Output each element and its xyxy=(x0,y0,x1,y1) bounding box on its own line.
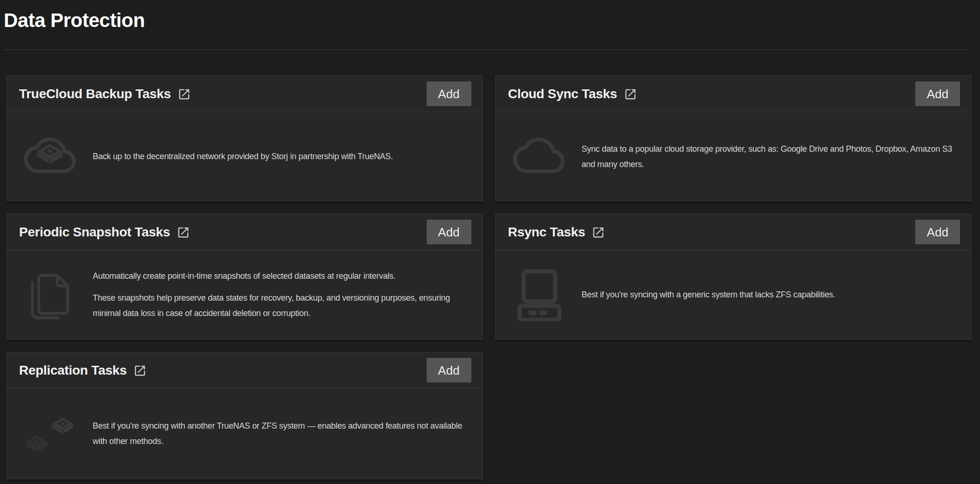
data-protection-card-grid: TrueCloud Backup Tasks Add Back up to th… xyxy=(6,75,972,479)
card-description: Best if you're syncing with another True… xyxy=(93,418,470,449)
storj-cloud-icon xyxy=(22,132,78,182)
description-paragraph: Best if you're syncing with another True… xyxy=(93,418,470,449)
card-body: Sync data to a popular cloud storage pro… xyxy=(496,112,972,201)
card-periodic-snapshot-tasks: Periodic Snapshot Tasks Add Automaticall… xyxy=(6,214,483,340)
title-divider xyxy=(3,49,969,50)
card-cloud-sync-tasks: Cloud Sync Tasks Add Sync data to a popu… xyxy=(495,75,972,202)
add-replication-button[interactable]: Add xyxy=(427,358,471,383)
open-in-new-icon xyxy=(177,87,191,101)
card-title: Periodic Snapshot Tasks xyxy=(19,225,170,240)
add-truecloud-backup-button[interactable]: Add xyxy=(427,81,471,106)
card-title: Rsync Tasks xyxy=(508,225,585,240)
card-header: Cloud Sync Tasks Add xyxy=(496,76,972,112)
card-body: Back up to the decentralized network pro… xyxy=(7,112,483,201)
description-paragraph: Best if you're syncing with a generic sy… xyxy=(582,287,836,302)
card-rsync-tasks: Rsync Tasks Add Best if you're syncing w… xyxy=(495,214,972,340)
card-body: Best if you're syncing with a generic sy… xyxy=(496,250,972,339)
add-rsync-button[interactable]: Add xyxy=(915,220,960,244)
snapshot-documents-icon xyxy=(22,265,78,324)
card-body: Best if you're syncing with another True… xyxy=(7,389,483,479)
open-in-new-icon xyxy=(133,364,147,377)
card-header: Periodic Snapshot Tasks Add xyxy=(7,214,483,250)
description-paragraph: Back up to the decentralized network pro… xyxy=(93,149,393,164)
add-cloud-sync-button[interactable]: Add xyxy=(915,81,960,106)
card-replication-tasks: Replication Tasks Add xyxy=(6,352,483,479)
open-in-new-icon xyxy=(592,226,605,239)
cloud-icon xyxy=(511,132,567,182)
card-truecloud-backup-tasks: TrueCloud Backup Tasks Add Back up to th… xyxy=(6,75,483,202)
card-header: Replication Tasks Add xyxy=(7,352,483,389)
periodic-snapshot-tasks-link[interactable]: Periodic Snapshot Tasks xyxy=(19,225,190,240)
description-paragraph: These snapshots help preserve data state… xyxy=(93,290,470,321)
open-in-new-icon xyxy=(624,87,637,101)
card-header: Rsync Tasks Add xyxy=(496,214,972,250)
page-title: Data Protection xyxy=(4,9,980,32)
card-title: Replication Tasks xyxy=(19,363,127,378)
truecloud-backup-tasks-link[interactable]: TrueCloud Backup Tasks xyxy=(19,87,191,101)
add-periodic-snapshot-button[interactable]: Add xyxy=(427,220,471,244)
description-paragraph: Automatically create point-in-time snaps… xyxy=(93,269,470,284)
replication-tasks-link[interactable]: Replication Tasks xyxy=(19,363,147,378)
card-description: Sync data to a popular cloud storage pro… xyxy=(582,141,960,172)
rsync-tasks-link[interactable]: Rsync Tasks xyxy=(508,225,606,240)
card-description: Back up to the decentralized network pro… xyxy=(93,149,393,164)
computer-icon xyxy=(511,269,567,321)
card-description: Automatically create point-in-time snaps… xyxy=(93,269,470,321)
description-paragraph: Sync data to a popular cloud storage pro… xyxy=(582,141,960,172)
card-header: TrueCloud Backup Tasks Add xyxy=(7,76,483,112)
card-body: Automatically create point-in-time snaps… xyxy=(7,250,483,339)
card-title: TrueCloud Backup Tasks xyxy=(19,87,171,101)
card-description: Best if you're syncing with a generic sy… xyxy=(582,287,836,302)
replication-boxes-icon xyxy=(22,401,78,467)
open-in-new-icon xyxy=(177,226,190,239)
cloud-sync-tasks-link[interactable]: Cloud Sync Tasks xyxy=(508,87,637,101)
card-title: Cloud Sync Tasks xyxy=(508,87,617,101)
